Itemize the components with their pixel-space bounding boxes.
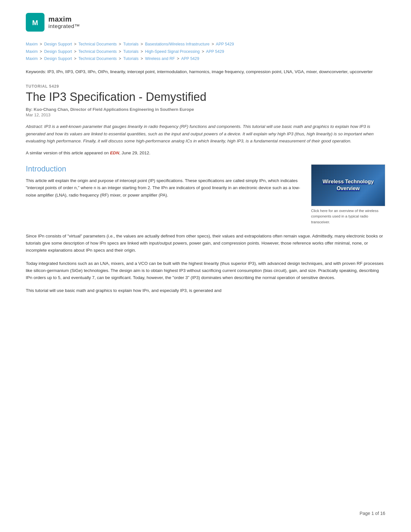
main-title: The IP3 Specification - Demystified <box>26 90 385 104</box>
wireless-overview-image: Wireless Technology Overview <box>311 164 385 206</box>
breadcrumb-line-3: Maxim > Design Support > Technical Docum… <box>26 55 385 63</box>
edn-line: A similar version of this article appear… <box>26 150 385 155</box>
breadcrumb-design-support-2[interactable]: Design Support <box>44 49 72 54</box>
breadcrumb-maxim-2[interactable]: Maxim <box>26 49 38 54</box>
breadcrumb-design-support-1[interactable]: Design Support <box>44 42 72 46</box>
logo-text: maxim integrated™ <box>48 15 80 30</box>
breadcrumb-design-support-3[interactable]: Design Support <box>44 56 72 61</box>
wireless-overview-link[interactable]: Wireless Technology Overview <box>311 164 385 206</box>
wireless-image-title: Wireless Technology Overview <box>311 179 385 192</box>
body-para-1: Since IPn consists of "virtual" paramete… <box>26 233 385 254</box>
breadcrumb-tech-docs-2[interactable]: Technical Documents <box>78 49 117 54</box>
logo-icon: M <box>26 13 44 32</box>
logo-area: M maxim integrated™ <box>26 13 385 32</box>
breadcrumbs: Maxim > Design Support > Technical Docum… <box>26 41 385 63</box>
breadcrumb-basestations[interactable]: Basestations/Wireless Infrastructure <box>145 42 210 46</box>
breadcrumb-maxim-3[interactable]: Maxim <box>26 56 38 61</box>
page-footer: Page 1 of 16 <box>360 511 385 516</box>
body-para-3: This tutorial will use basic math and gr… <box>26 287 385 294</box>
breadcrumb-tech-docs-1[interactable]: Technical Documents <box>78 42 117 46</box>
intro-text-left: Introduction This article will explain t… <box>26 164 301 199</box>
publication-date: Mar 12, 2013 <box>26 112 385 117</box>
svg-text:M: M <box>32 19 38 27</box>
breadcrumb-line-2: Maxim > Design Support > Technical Docum… <box>26 48 385 55</box>
abstract-block: Abstract: IP3 is a well-known parameter … <box>26 123 385 145</box>
wireless-caption: Click here for an overview of the wirele… <box>311 208 385 225</box>
intro-heading: Introduction <box>26 164 301 173</box>
keywords-text: Keywords: IP3, IPn, IIP3, OIP3, IIPn, OI… <box>26 69 373 74</box>
keywords-block: Keywords: IP3, IPn, IIP3, OIP3, IIPn, OI… <box>26 68 385 75</box>
edn-link[interactable]: EDN <box>110 150 119 155</box>
page-number: Page 1 of 16 <box>360 511 385 516</box>
byline: By: Kuo-Chang Chan, Director of Field Ap… <box>26 107 385 112</box>
body-para-2: Today integrated functions such as an LN… <box>26 260 385 282</box>
edn-suffix: , June 29, 2012. <box>119 150 151 155</box>
introduction-section: Introduction This article will explain t… <box>26 164 385 225</box>
breadcrumb-tutorials-2[interactable]: Tutorials <box>123 49 138 54</box>
breadcrumb-app-3[interactable]: APP 5429 <box>181 56 199 61</box>
edn-prefix: A similar version of this article appear… <box>26 150 110 155</box>
breadcrumb-wireless-rf[interactable]: Wireless and RF <box>145 56 175 61</box>
breadcrumb-tech-docs-3[interactable]: Technical Documents <box>78 56 117 61</box>
breadcrumb-app-2[interactable]: APP 5429 <box>206 49 224 54</box>
breadcrumb-high-speed[interactable]: High-Speed Signal Processing <box>145 49 200 54</box>
breadcrumb-tutorials-3[interactable]: Tutorials <box>123 56 138 61</box>
brand-tagline: integrated™ <box>48 23 80 30</box>
breadcrumb-maxim-1[interactable]: Maxim <box>26 42 38 46</box>
brand-name: maxim <box>48 15 80 23</box>
breadcrumb-tutorials-1[interactable]: Tutorials <box>123 42 138 46</box>
intro-paragraph: This article will explain the origin and… <box>26 177 301 199</box>
breadcrumb-line-1: Maxim > Design Support > Technical Docum… <box>26 41 385 48</box>
wireless-overview-box: Wireless Technology Overview Click here … <box>311 164 385 225</box>
tutorial-label: TUTORIAL 5429 <box>26 84 385 89</box>
breadcrumb-app-1[interactable]: APP 5429 <box>216 42 234 46</box>
